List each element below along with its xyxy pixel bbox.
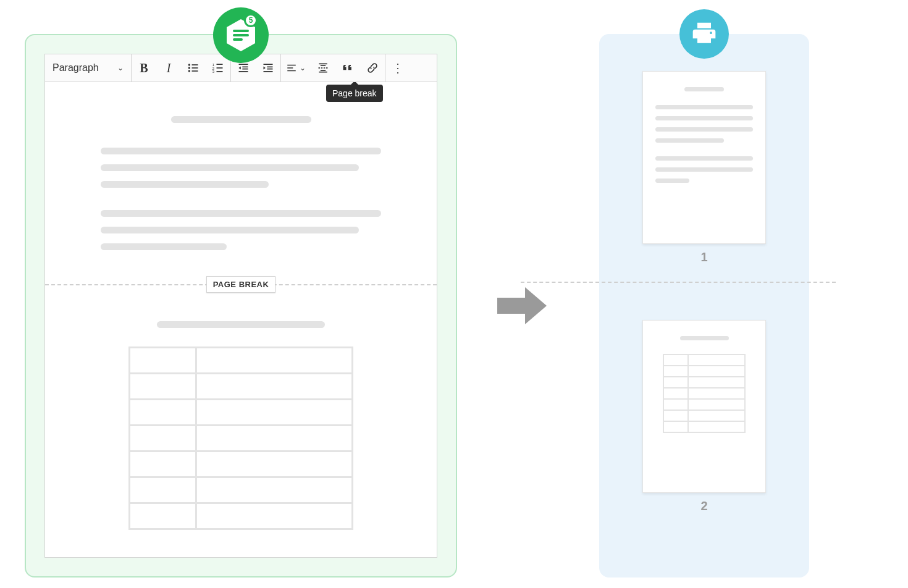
placeholder-line — [101, 164, 359, 171]
align-left-icon — [286, 62, 297, 74]
chevron-down-icon: ⌄ — [300, 64, 306, 72]
thumbnail-table — [663, 354, 746, 433]
editor-panel: 5 Paragraph ⌄ B I 123 — [25, 34, 457, 578]
decrease-indent-icon — [237, 62, 250, 74]
placeholder-line — [655, 127, 753, 132]
svg-rect-29 — [324, 67, 326, 69]
placeholder-heading — [157, 321, 325, 328]
svg-rect-1 — [192, 64, 198, 65]
bold-button[interactable]: B — [132, 54, 156, 82]
increase-indent-icon — [262, 62, 274, 74]
svg-marker-18 — [264, 67, 266, 70]
page-number-2: 2 — [700, 499, 707, 513]
document-table[interactable] — [128, 346, 353, 530]
placeholder-line — [101, 210, 381, 217]
placeholder-line — [655, 116, 753, 120]
quote-icon — [342, 62, 354, 74]
increase-indent-button[interactable] — [256, 54, 280, 82]
page-break-label: PAGE BREAK — [206, 276, 276, 293]
svg-rect-24 — [287, 70, 296, 72]
page-break-icon — [317, 62, 329, 74]
svg-rect-14 — [242, 67, 248, 68]
document-content-2 — [45, 306, 437, 548]
paragraph-style-dropdown[interactable]: Paragraph ⌄ — [45, 54, 132, 82]
page-thumbnail-1[interactable] — [642, 71, 766, 244]
italic-button[interactable]: I — [156, 54, 181, 82]
svg-rect-32 — [319, 72, 327, 73]
svg-rect-28 — [321, 67, 323, 69]
svg-point-0 — [188, 64, 190, 65]
placeholder-heading — [171, 116, 311, 123]
placeholder-line — [101, 243, 227, 250]
svg-rect-11 — [217, 71, 223, 72]
svg-text:3: 3 — [212, 70, 214, 74]
numbered-list-icon: 123 — [212, 62, 224, 74]
link-icon — [366, 62, 379, 74]
vertical-dots-icon: ⋮ — [392, 61, 404, 75]
printer-icon — [691, 20, 718, 48]
placeholder-line — [655, 178, 689, 183]
bulleted-list-icon — [187, 62, 200, 74]
svg-point-4 — [188, 70, 190, 72]
svg-rect-12 — [239, 64, 248, 65]
page-divider — [521, 282, 836, 283]
paragraph-style-label: Paragraph — [53, 62, 99, 74]
page-break-button[interactable] — [311, 54, 335, 82]
page-break-indicator[interactable]: PAGE BREAK — [45, 275, 437, 293]
svg-rect-5 — [192, 70, 198, 72]
menu-lines-icon — [233, 30, 249, 41]
svg-rect-26 — [321, 65, 326, 66]
placeholder-line — [684, 87, 723, 91]
svg-rect-31 — [321, 70, 326, 71]
placeholder-line — [101, 181, 269, 188]
svg-rect-21 — [264, 71, 273, 72]
placeholder-line — [655, 156, 753, 161]
page-thumbnail-2[interactable] — [642, 320, 766, 493]
chevron-down-icon: ⌄ — [117, 64, 124, 72]
page-break-tooltip: Page break — [326, 85, 383, 102]
printer-badge — [679, 9, 729, 59]
svg-rect-30 — [326, 67, 328, 69]
placeholder-line — [655, 167, 753, 172]
svg-point-2 — [188, 67, 190, 69]
blockquote-button[interactable] — [335, 54, 360, 82]
svg-rect-15 — [242, 69, 248, 70]
placeholder-line — [655, 138, 724, 143]
svg-rect-19 — [267, 67, 272, 68]
bulleted-list-button[interactable] — [181, 54, 206, 82]
print-preview-panel: 1 2 — [599, 34, 809, 578]
placeholder-line — [655, 105, 753, 109]
more-options-button[interactable]: ⋮ — [385, 54, 410, 82]
svg-point-33 — [710, 32, 712, 34]
align-insert-group: ⌄ — [281, 54, 385, 82]
svg-rect-17 — [264, 64, 273, 65]
svg-marker-13 — [239, 67, 241, 70]
version-badge: 5 — [244, 14, 258, 27]
svg-rect-25 — [319, 64, 327, 65]
svg-rect-22 — [287, 65, 296, 66]
ckeditor-badge: 5 — [213, 7, 269, 63]
svg-rect-16 — [239, 71, 248, 72]
placeholder-line — [101, 227, 359, 233]
document-content — [45, 82, 437, 269]
svg-rect-27 — [319, 67, 321, 69]
format-group: B I 123 — [132, 54, 231, 82]
placeholder-line — [101, 148, 381, 154]
page-number-1: 1 — [700, 250, 707, 264]
arrow-right-icon — [494, 284, 550, 327]
svg-rect-20 — [267, 69, 272, 70]
link-button[interactable] — [360, 54, 385, 82]
svg-rect-7 — [217, 64, 223, 65]
alignment-dropdown[interactable]: ⌄ — [281, 54, 311, 82]
svg-rect-3 — [192, 67, 198, 69]
editor-canvas[interactable]: Page break PAGE BREAK — [44, 82, 437, 558]
svg-rect-23 — [287, 67, 293, 69]
svg-rect-9 — [217, 67, 223, 69]
placeholder-line — [680, 336, 729, 340]
